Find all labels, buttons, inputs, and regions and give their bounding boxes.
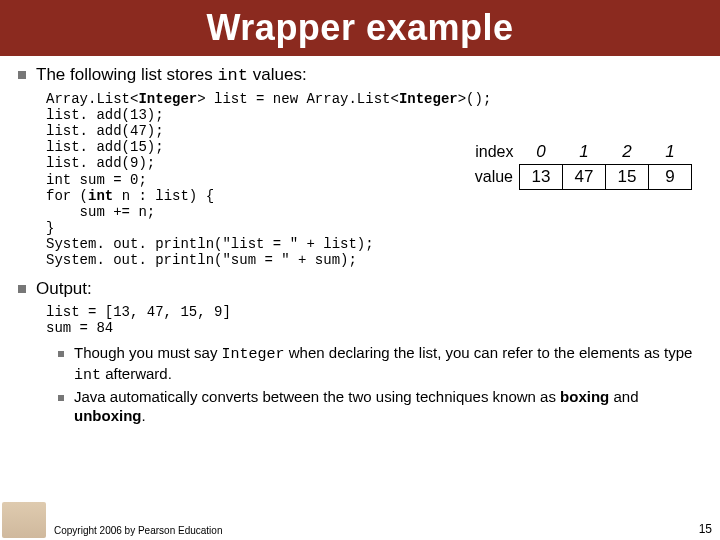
inline-code: int — [74, 367, 101, 384]
table-row: value 13 47 15 9 — [467, 165, 692, 190]
bullet-icon — [18, 285, 26, 293]
row-label: value — [467, 165, 520, 190]
slide-title: Wrapper example — [207, 7, 514, 49]
bold-text: unboxing — [74, 407, 142, 424]
code-bold: Integer — [399, 91, 458, 107]
bullet-2: Output: — [18, 278, 702, 300]
copyright-footer: Copyright 2006 by Pearson Education — [54, 525, 222, 536]
decorative-graphic — [2, 502, 46, 538]
code: for ( — [46, 188, 88, 204]
output-block: list = [13, 47, 15, 9] sum = 84 — [46, 304, 702, 336]
index-value-table: index 0 1 2 1 value 13 47 15 9 — [467, 140, 692, 190]
text: . — [142, 407, 146, 424]
slide-body: The following list stores int values: Ar… — [0, 56, 720, 425]
bullet-2-text: Output: — [36, 278, 92, 300]
value-cell: 9 — [649, 165, 692, 190]
inline-code: int — [217, 66, 248, 85]
output-line: list = [13, 47, 15, 9] — [46, 304, 231, 320]
code: list. add(9); — [46, 155, 155, 171]
header-cell: 2 — [606, 140, 649, 165]
header-cell: 1 — [563, 140, 606, 165]
text: Java automatically converts between the … — [74, 388, 560, 405]
title-bar: Wrapper example — [0, 0, 720, 56]
sub-2-text: Java automatically converts between the … — [74, 388, 702, 426]
text: The following list stores — [36, 65, 217, 84]
inline-code: Integer — [222, 346, 285, 363]
row-label: index — [467, 140, 520, 165]
sub-bullet-1: Though you must say Integer when declari… — [58, 344, 702, 386]
bullet-icon — [58, 351, 64, 357]
output-line: sum = 84 — [46, 320, 113, 336]
code: sum += n; — [46, 204, 155, 220]
code: int sum = 0; — [46, 172, 147, 188]
bold-text: boxing — [560, 388, 609, 405]
text: and — [609, 388, 638, 405]
header-cell: 0 — [520, 140, 563, 165]
text: afterward. — [101, 365, 172, 382]
bullet-1-text: The following list stores int values: — [36, 64, 307, 87]
text: when declaring the list, you can refer t… — [285, 344, 693, 361]
code: list. add(13); — [46, 107, 164, 123]
code: list. add(15); — [46, 139, 164, 155]
code: > list = new Array.List< — [197, 91, 399, 107]
text: Though you must say — [74, 344, 222, 361]
bullet-icon — [18, 71, 26, 79]
code-bold: int — [88, 188, 113, 204]
sub-bullet-2: Java automatically converts between the … — [58, 388, 702, 426]
value-cell: 47 — [563, 165, 606, 190]
bullet-icon — [58, 395, 64, 401]
code: System. out. println("sum = " + sum); — [46, 252, 357, 268]
page-number: 15 — [699, 522, 712, 536]
code-bold: Integer — [138, 91, 197, 107]
code: n : list) { — [113, 188, 214, 204]
code: >(); — [458, 91, 492, 107]
header-cell: 1 — [649, 140, 692, 165]
code: list. add(47); — [46, 123, 164, 139]
code: Array.List< — [46, 91, 138, 107]
code: } — [46, 220, 54, 236]
sub-1-text: Though you must say Integer when declari… — [74, 344, 702, 386]
text: values: — [248, 65, 307, 84]
bullet-1: The following list stores int values: — [18, 64, 702, 87]
code: System. out. println("list = " + list); — [46, 236, 374, 252]
value-cell: 15 — [606, 165, 649, 190]
sub-bullets: Though you must say Integer when declari… — [58, 344, 702, 425]
value-cell: 13 — [520, 165, 563, 190]
table-row: index 0 1 2 1 — [467, 140, 692, 165]
